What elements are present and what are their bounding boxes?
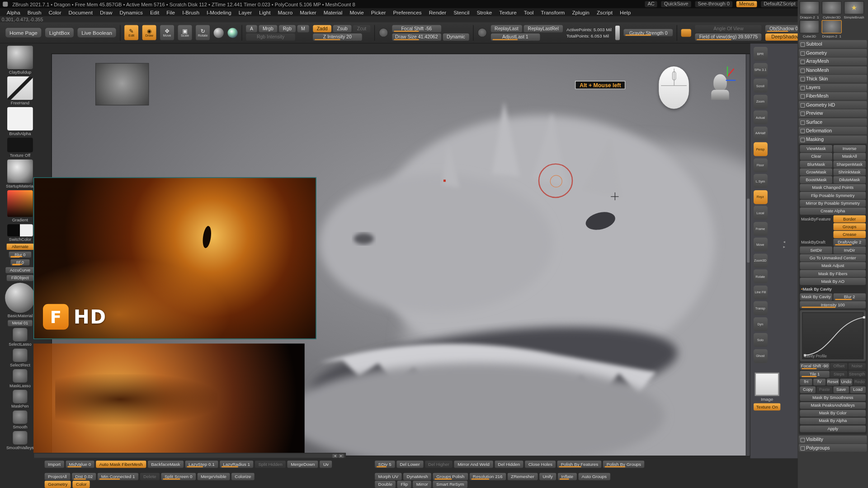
brush-thumbnail[interactable] xyxy=(5,283,35,313)
tool-thumb-dragon[interactable]: Dragon-2_1 xyxy=(799,1,820,19)
palette-section[interactable]: Thick Skin xyxy=(799,75,867,82)
right-shelf-button[interactable]: Actual xyxy=(753,110,767,124)
palette-section[interactable]: FiberMesh xyxy=(799,92,867,100)
mrgb-button[interactable]: Mrgb xyxy=(259,25,277,32)
replay-last-button[interactable]: ReplayLast xyxy=(491,25,522,32)
bottom-button[interactable]: Color xyxy=(73,481,90,488)
left-strip-item[interactable]: Gradient xyxy=(7,190,33,223)
bottom-button[interactable]: Del Lower xyxy=(396,461,423,468)
masking-button[interactable]: Clear xyxy=(800,153,832,160)
bottom-button[interactable]: Colorize xyxy=(231,473,255,480)
masking-button[interactable]: Inverse xyxy=(833,145,866,152)
masking-button[interactable]: InvDir xyxy=(833,247,866,253)
masking-button[interactable]: Focal Shift -90 xyxy=(800,363,829,370)
bottom-button[interactable]: Split Screen 0 xyxy=(161,473,196,480)
right-shelf-button[interactable]: Zoom xyxy=(753,94,767,108)
tool-thumbnail-image[interactable] xyxy=(799,20,819,33)
left-strip-item[interactable]: Rf 0 xyxy=(11,259,30,266)
palette-section[interactable]: Surface xyxy=(799,118,867,126)
menu-item[interactable]: Preferences xyxy=(393,9,421,15)
right-shelf-button[interactable]: Zoom3D xyxy=(753,253,767,267)
lazy-mouse-icon[interactable] xyxy=(681,29,691,37)
masking-button[interactable]: Create Alpha xyxy=(800,207,866,214)
left-strip-item[interactable]: FreeHand xyxy=(7,76,33,105)
menu-item[interactable]: Movie xyxy=(349,9,363,15)
tool-thumbnail-image[interactable] xyxy=(799,1,819,14)
masking-button[interactable]: DiluteMask xyxy=(833,176,866,183)
masking-button[interactable]: Strength xyxy=(849,371,866,377)
palette-section[interactable]: Subtool xyxy=(799,40,867,48)
bottom-button[interactable]: Geometry xyxy=(45,481,71,488)
masking-button[interactable]: fV xyxy=(813,378,826,385)
scrub-right-icon[interactable]: ▸ xyxy=(339,454,344,458)
zsub-button[interactable]: Zsub xyxy=(333,25,352,32)
texture-on-button[interactable]: Texture On xyxy=(754,403,780,410)
masking-button[interactable] xyxy=(800,223,832,230)
right-shelf-button[interactable]: Transp xyxy=(753,301,767,315)
scrub-left-icon[interactable]: ◂ xyxy=(332,454,337,458)
masking-button[interactable]: Border xyxy=(833,215,866,222)
masking-button[interactable]: Mask By Color xyxy=(800,410,866,417)
tool-thumb-dragon-selected[interactable]: Dragon-2_1 xyxy=(821,20,842,38)
home-page-button[interactable]: Home Page xyxy=(5,28,41,38)
masking-button[interactable]: Redo xyxy=(853,378,866,385)
menu-item[interactable]: Texture xyxy=(499,9,516,15)
focal-shift-slider[interactable]: Focal Shift -56 xyxy=(392,25,441,32)
alpha-preview-slider[interactable] xyxy=(616,25,620,40)
bottom-button[interactable]: DynaMesh xyxy=(403,473,431,480)
masking-button[interactable]: Tile 1 xyxy=(800,371,829,377)
masking-button[interactable]: MaskAll xyxy=(833,153,866,160)
bottom-button[interactable]: Min Connected 1 xyxy=(98,473,138,480)
bottom-button[interactable]: BackfaceMask xyxy=(148,461,184,468)
masking-button[interactable]: Mask By Fibers xyxy=(800,270,866,277)
masking-button[interactable]: Noise xyxy=(849,363,866,370)
bottom-button[interactable]: Unify xyxy=(539,473,556,480)
tool-thumbnail-image[interactable] xyxy=(822,20,842,33)
field-of-view-slider[interactable]: Field of view(deg) 39.59775 xyxy=(695,33,762,40)
tool-thumb-simplebrush[interactable]: ★ SimpleBrush xyxy=(844,1,865,19)
menu-item[interactable]: File xyxy=(166,9,175,15)
brush-thumbnail[interactable] xyxy=(7,46,33,69)
star-icon[interactable]: ★ xyxy=(844,1,864,14)
bottom-button[interactable]: Mirror xyxy=(413,481,431,488)
z-intensity-slider[interactable]: Z Intensity 20 xyxy=(313,33,362,40)
left-strip-item[interactable]: Alternate xyxy=(7,244,33,250)
palette-section[interactable]: Layers xyxy=(799,84,867,91)
left-strip-item[interactable]: AccuCurve xyxy=(5,267,35,273)
right-shelf-button[interactable]: Ghost xyxy=(753,349,767,363)
masking-button[interactable]: BlurMask xyxy=(800,160,832,167)
right-shelf-button[interactable]: Frame xyxy=(753,222,767,236)
bottom-button[interactable]: ZRemesher xyxy=(508,473,538,480)
left-strip-item[interactable]: BasicMaterial xyxy=(5,283,35,319)
menu-item[interactable]: Stroke xyxy=(476,9,492,15)
title-bar-button[interactable]: AC xyxy=(645,1,657,7)
masking-button[interactable]: SharpenMask xyxy=(833,160,866,167)
masking-button[interactable]: Intensity 100 xyxy=(800,301,866,308)
image-scrub-bar[interactable]: ◂ ▸ xyxy=(33,453,346,458)
brush-thumbnail[interactable] xyxy=(7,138,33,152)
tool-thumb-cube[interactable]: Cube3D xyxy=(799,20,820,38)
brush-thumbnail[interactable] xyxy=(13,328,27,342)
masking-button[interactable]: Reset xyxy=(826,378,839,385)
masking-button[interactable]: Mask Changed Points xyxy=(800,184,866,191)
masking-button[interactable]: Flip Posable Symmetry xyxy=(800,192,866,199)
bottom-button[interactable]: Smart ReSym xyxy=(433,481,467,488)
masking-button[interactable]: Mask By AO xyxy=(800,278,866,285)
right-shelf-button[interactable]: Persp xyxy=(753,142,767,156)
palette-section[interactable]: Geometry HD xyxy=(799,101,867,108)
zadd-button[interactable]: Zadd xyxy=(313,25,331,32)
left-strip-item[interactable]: Blur 0 xyxy=(9,252,31,258)
masking-button[interactable]: Mask By Alpha xyxy=(800,418,866,424)
menu-item[interactable]: Light xyxy=(259,9,270,15)
right-shelf-button[interactable]: Local xyxy=(753,206,767,220)
masking-button[interactable]: ViewMask xyxy=(800,145,832,152)
title-bar-button[interactable]: See-through 0 xyxy=(695,1,732,7)
brush-thumbnail[interactable] xyxy=(13,348,27,362)
replay-icon[interactable] xyxy=(477,28,487,38)
right-shelf-button[interactable]: Rxyz xyxy=(753,190,767,204)
left-strip-item[interactable]: SmoothValleys xyxy=(5,431,35,450)
bottom-button[interactable]: LazyRadius 1 xyxy=(220,461,254,468)
bottom-button[interactable]: Auto Mask FiberMesh xyxy=(96,461,146,468)
bottom-button[interactable]: Uv xyxy=(320,461,332,468)
masking-button[interactable]: Load xyxy=(850,386,866,393)
